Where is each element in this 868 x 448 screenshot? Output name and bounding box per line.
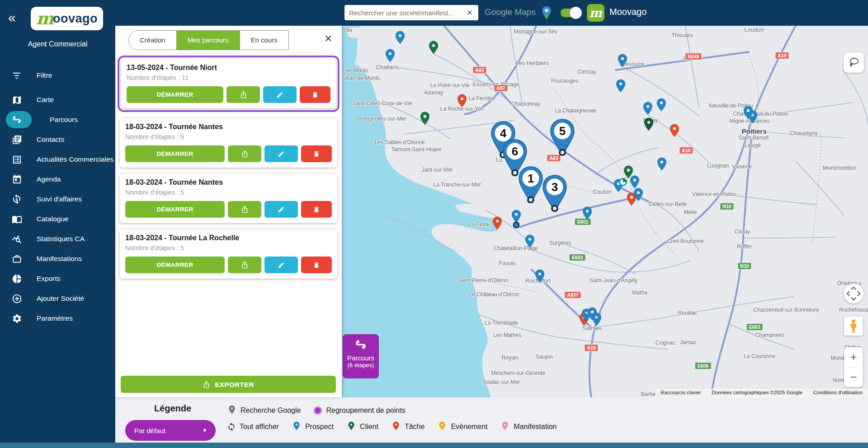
map-provider-toggle[interactable] (561, 9, 580, 17)
map-pin-blue[interactable] (654, 97, 669, 114)
add-circle-icon (11, 293, 23, 304)
legend-item-tache[interactable]: Tâche (391, 421, 425, 433)
legend-bar: Légende Par défaut ▼ Recherche GoogleReg… (115, 397, 868, 443)
map-pin-blue[interactable] (522, 233, 538, 251)
brand-name: Moovago (609, 7, 646, 17)
map-pin-orange[interactable] (667, 123, 682, 140)
sidebar-item-suivi-daffaires[interactable]: $Suivi d'affaires (0, 190, 115, 208)
edit-route-button[interactable] (263, 86, 297, 103)
map-pin-darkgreen[interactable] (641, 117, 656, 134)
share-route-button[interactable] (228, 201, 261, 218)
sidebar-item-parametres[interactable]: Paramètres (0, 309, 115, 327)
route-step-marker-1[interactable]: 1 (518, 166, 543, 205)
map-pan-control[interactable] (844, 284, 863, 303)
map-pin-blue[interactable] (745, 109, 760, 126)
map-pin-green[interactable] (426, 40, 441, 57)
map-pin-blue[interactable] (613, 78, 628, 95)
start-route-button[interactable]: DÉMARRER (125, 201, 225, 218)
pin-pink-icon (500, 421, 510, 433)
map-pin-blue[interactable] (382, 48, 398, 65)
delete-route-button[interactable] (301, 201, 332, 218)
map-pin-blue[interactable] (532, 268, 547, 285)
start-route-button[interactable]: DÉMARRER (127, 86, 223, 103)
share-route-button[interactable] (228, 145, 261, 162)
legend-item-regroupement-de-points[interactable]: Regroupement de points (313, 406, 405, 415)
google-maps-pin-icon (542, 6, 552, 22)
map-pin-orange[interactable] (454, 93, 470, 110)
legend-item-client[interactable]: Client (346, 421, 378, 433)
map-pin-orange[interactable] (490, 215, 505, 233)
share-route-button[interactable] (226, 86, 260, 103)
search-input[interactable] (349, 9, 466, 17)
export-button[interactable]: EXPORTER (121, 376, 336, 393)
sidebar-item-carte[interactable]: Carte (0, 91, 115, 109)
map-pin-blue[interactable] (631, 187, 646, 204)
sidebar-item-label: Contacts (37, 135, 64, 144)
lasso-select-button[interactable] (844, 52, 864, 73)
route-title: 13-05-2024 - Tournée Niort (127, 64, 330, 72)
svg-text:$: $ (15, 197, 18, 202)
close-panel-icon[interactable]: ✕ (324, 34, 332, 44)
delete-route-button[interactable] (301, 257, 332, 273)
start-route-button[interactable]: DÉMARRER (125, 257, 225, 273)
map-dot-marker[interactable] (513, 221, 520, 230)
sidebar-item-statistiques-ca[interactable]: Statistiques CA (0, 230, 115, 248)
map-pin-blue[interactable] (640, 101, 656, 118)
delete-route-button[interactable] (301, 145, 332, 162)
terms-link[interactable]: Conditions d'utilisation (808, 389, 868, 397)
sidebar-item-label: Statistiques CA (37, 235, 85, 243)
search-clear-icon[interactable]: ✕ (466, 8, 474, 18)
tab-mes-parcours[interactable]: Mes parcours (177, 31, 240, 50)
calendar-icon (11, 173, 23, 185)
map-pin-blue[interactable] (580, 205, 595, 223)
sidebar-item-agenda[interactable]: Agenda (0, 170, 115, 188)
map-pin-blue[interactable] (654, 156, 670, 173)
sidebar-item-manifestations[interactable]: Manifestations (0, 250, 115, 268)
share-route-button[interactable] (228, 257, 261, 273)
cluster-pie-marker[interactable] (618, 177, 627, 188)
gear-icon (11, 313, 23, 324)
edit-route-button[interactable] (264, 257, 298, 273)
keyboard-shortcuts-link[interactable]: Raccourcis clavier (656, 389, 707, 397)
zoom-in-button[interactable]: + (844, 347, 863, 367)
legend-item-prospect[interactable]: Prospect (292, 421, 334, 433)
legend-filter-dropdown[interactable]: Par défaut ▼ (125, 420, 216, 441)
delete-route-button[interactable] (300, 86, 330, 103)
route-card[interactable]: 18-03-2024 - Tournée Nantes Nombre d'éta… (120, 118, 337, 168)
route-card[interactable]: 18-03-2024 - Tournée La Rochelle Nombre … (120, 229, 337, 279)
parcours-map-badge[interactable]: Parcours (6 étapes) (343, 334, 379, 378)
route-step-marker-5[interactable]: 5 (550, 119, 575, 158)
sidebar-item-exports[interactable]: Exports (0, 270, 115, 288)
tab-creation[interactable]: Création (129, 31, 177, 50)
map-pin-blue[interactable] (392, 30, 408, 47)
map-pin-green[interactable] (417, 111, 433, 128)
edit-route-button[interactable] (264, 145, 298, 162)
map-pin-blue[interactable] (589, 312, 604, 329)
pegman-streetview[interactable] (844, 317, 863, 336)
sidebar-item-filtre[interactable]: Filtre (0, 66, 115, 84)
legend-item-tout-afficher[interactable]: Tout afficher (227, 422, 279, 431)
route-step-marker-3[interactable]: 3 (542, 175, 567, 214)
route-card[interactable]: 18-03-2024 - Tournée Nantes Nombre d'éta… (120, 174, 337, 223)
map-pin-blue[interactable] (615, 53, 630, 70)
map-data-copyright: Données cartographiques ©2025 Google (707, 389, 808, 397)
map-canvas[interactable]: l'Îlee-de-Montsnt-Jean-de-MontsChallansS… (342, 26, 868, 397)
route-steps-count: Nombre d'étapes : 5 (125, 133, 332, 140)
edit-route-button[interactable] (264, 201, 298, 218)
sidebar-item-contacts[interactable]: Contacts (0, 131, 115, 149)
sidebar-item-ajouter-societe[interactable]: Ajouter Société (0, 289, 115, 308)
route-card-highlighted[interactable]: 13-05-2024 - Tournée Niort Nombre d'étap… (118, 56, 340, 112)
collapse-sidebar-icon[interactable]: « (8, 11, 16, 24)
start-route-button[interactable]: DÉMARRER (125, 145, 225, 162)
legend-item-recherche-google[interactable]: Recherche Google (227, 405, 301, 416)
svg-text:6: 6 (512, 145, 518, 158)
sidebar-item-actualites-commerciales[interactable]: Actualités Commerciales (0, 150, 115, 168)
sidebar-item-catalogue[interactable]: Catalogue (0, 210, 115, 228)
sidebar-item-parcours[interactable]: Parcours (0, 111, 115, 129)
zoom-out-button[interactable]: − (844, 368, 863, 387)
legend-item-evenement[interactable]: Evènement (437, 421, 487, 433)
tab-en-cours[interactable]: En cours (240, 31, 288, 50)
pin-red-icon (391, 421, 401, 433)
sidebar-item-label: Carte (37, 96, 54, 104)
legend-item-manifestation[interactable]: Manifestation (500, 421, 557, 433)
